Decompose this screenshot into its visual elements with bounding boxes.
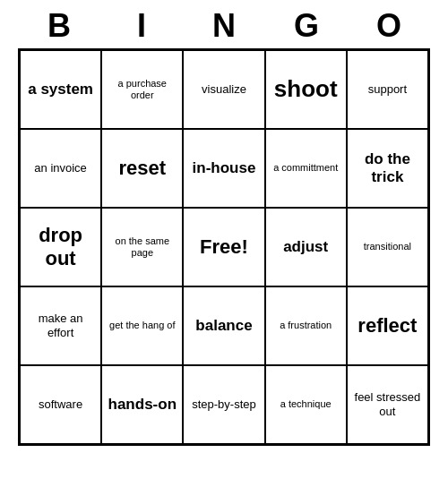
- cell-text-14: transitional: [364, 241, 411, 252]
- cell-text-9: do the trick: [351, 150, 424, 187]
- cell-text-0: a system: [28, 81, 93, 98]
- cell-text-8: a committment: [273, 162, 338, 174]
- cell-text-11: on the same page: [106, 235, 178, 259]
- bingo-cell-23[interactable]: a technique: [265, 365, 347, 444]
- cell-text-17: balance: [195, 317, 252, 335]
- bingo-title-row: B I N G O: [18, 0, 430, 48]
- cell-text-23: a technique: [280, 398, 332, 410]
- cell-text-12: Free!: [200, 235, 248, 259]
- cell-text-16: get the hang of: [109, 320, 175, 331]
- cell-text-7: in-house: [193, 159, 256, 177]
- bingo-cell-3[interactable]: shoot: [265, 50, 347, 129]
- cell-text-22: step-by-step: [192, 397, 256, 412]
- bingo-cell-20[interactable]: software: [20, 365, 101, 444]
- bingo-cell-0[interactable]: a system: [20, 50, 101, 129]
- bingo-cell-2[interactable]: visualize: [183, 50, 264, 129]
- bingo-grid: a systema purchase ordervisualizeshootsu…: [18, 48, 430, 446]
- bingo-cell-17[interactable]: balance: [183, 286, 264, 365]
- bingo-cell-22[interactable]: step-by-step: [183, 365, 264, 444]
- bingo-cell-7[interactable]: in-house: [183, 129, 264, 208]
- cell-text-5: an invoice: [34, 161, 87, 175]
- bingo-cell-19[interactable]: reflect: [347, 286, 428, 365]
- cell-text-10: drop out: [24, 224, 97, 271]
- bingo-cell-6[interactable]: reset: [101, 129, 183, 208]
- cell-text-20: software: [39, 397, 82, 412]
- bingo-cell-11[interactable]: on the same page: [101, 208, 183, 286]
- title-b: B: [22, 7, 97, 45]
- bingo-cell-16[interactable]: get the hang of: [101, 286, 183, 365]
- bingo-cell-5[interactable]: an invoice: [20, 129, 101, 208]
- bingo-cell-4[interactable]: support: [347, 50, 428, 129]
- bingo-cell-18[interactable]: a frustration: [265, 286, 347, 365]
- bingo-cell-13[interactable]: adjust: [265, 208, 347, 286]
- cell-text-2: visualize: [202, 82, 246, 97]
- bingo-cell-9[interactable]: do the trick: [347, 129, 428, 208]
- cell-text-13: adjust: [283, 238, 328, 256]
- title-g: G: [269, 7, 344, 45]
- bingo-cell-21[interactable]: hands-on: [101, 365, 183, 444]
- cell-text-21: hands-on: [108, 396, 177, 414]
- cell-text-6: reset: [118, 157, 166, 180]
- bingo-cell-8[interactable]: a committment: [265, 129, 347, 208]
- cell-text-24: feel stressed out: [351, 390, 424, 418]
- title-n: N: [186, 7, 262, 45]
- bingo-cell-12[interactable]: Free!: [183, 208, 264, 286]
- cell-text-3: shoot: [274, 75, 338, 103]
- title-i: I: [104, 7, 179, 45]
- bingo-cell-10[interactable]: drop out: [20, 208, 101, 286]
- bingo-cell-24[interactable]: feel stressed out: [347, 365, 428, 444]
- title-o: O: [351, 7, 426, 45]
- cell-text-1: a purchase order: [106, 78, 178, 101]
- cell-text-4: support: [368, 82, 407, 97]
- cell-text-18: a frustration: [280, 320, 332, 331]
- cell-text-19: reflect: [358, 314, 417, 337]
- bingo-cell-15[interactable]: make an effort: [20, 286, 101, 365]
- bingo-cell-1[interactable]: a purchase order: [101, 50, 183, 129]
- cell-text-15: make an effort: [24, 312, 97, 339]
- bingo-cell-14[interactable]: transitional: [347, 208, 428, 286]
